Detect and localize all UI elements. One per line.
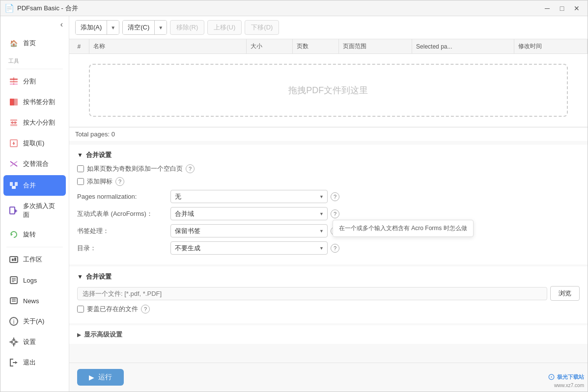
- file-table-area: # 名称 大小 页数 页面范围 Selected pa... 修改时间: [69, 39, 588, 141]
- svg-rect-24: [14, 258, 16, 261]
- normalization-select-wrapper: 无: [170, 190, 328, 203]
- odd-page-checkbox[interactable]: [77, 165, 84, 172]
- extract-icon: [8, 138, 19, 149]
- sidebar-item-extract[interactable]: 提取(E): [0, 133, 69, 154]
- section-collapse-icon: ▼: [77, 152, 83, 158]
- col-modified-time: 修改时间: [514, 39, 587, 54]
- col-number: #: [69, 39, 89, 54]
- toc-help-btn[interactable]: ?: [331, 244, 339, 253]
- acroforms-help-btn[interactable]: ?: [331, 209, 339, 218]
- booksplit-icon: [8, 97, 19, 107]
- sidebar-item-settings[interactable]: 设置: [0, 332, 69, 352]
- insert-icon: [8, 205, 19, 216]
- merge-settings-header: ▼ 合并设置: [77, 151, 580, 159]
- overwrite-row: 要盖已存在的文件 ?: [77, 305, 580, 314]
- app-icon: 📄: [4, 3, 14, 13]
- svg-marker-21: [11, 233, 13, 236]
- tooltip-text: 在一个或多个输入文档含有 Acro Forms 时怎么做: [339, 225, 467, 232]
- footer-row: 添加脚标 ?: [77, 177, 580, 186]
- normalization-field-group: 无 ?: [170, 190, 580, 203]
- overwrite-checkbox[interactable]: [77, 306, 84, 313]
- add-button[interactable]: 添加(A): [76, 21, 107, 34]
- up-button: 上移(U): [207, 20, 242, 35]
- logs-icon: [8, 275, 19, 286]
- footer-help-btn[interactable]: ?: [115, 177, 124, 186]
- close-button[interactable]: ✕: [570, 3, 584, 14]
- tools-section-label: 工具: [0, 53, 69, 67]
- sidebar-item-merge[interactable]: 合并: [3, 175, 66, 196]
- advanced-toggle-arrow: ▶: [77, 332, 81, 338]
- normalization-label: Pages normalization:: [77, 193, 170, 200]
- run-label: 运行: [98, 373, 112, 382]
- footer-label[interactable]: 添加脚标: [87, 177, 112, 186]
- run-area: ▶ 运行: [69, 363, 588, 392]
- svg-rect-32: [12, 297, 16, 299]
- svg-marker-14: [12, 143, 15, 145]
- svg-point-35: [12, 340, 15, 343]
- sidebar-item-exit-label: 退出: [23, 358, 36, 367]
- svg-rect-23: [12, 259, 14, 261]
- sidebar-item-workspace-label: 工作区: [23, 255, 42, 264]
- clear-dropdown-button[interactable]: ▼: [154, 21, 167, 34]
- sidebar-item-booksplit-label: 按书签分割: [23, 98, 55, 106]
- settings-icon: [8, 337, 19, 347]
- sidebar-item-split[interactable]: 分割: [0, 71, 69, 92]
- output-settings-title: 合并设置: [86, 272, 112, 281]
- bookmarks-select[interactable]: 保留书签: [170, 224, 328, 237]
- advanced-toggle[interactable]: ▶ 显示高级设置: [77, 330, 580, 339]
- odd-page-help-btn[interactable]: ?: [186, 164, 195, 173]
- advanced-toggle-label: 显示高级设置: [84, 330, 122, 339]
- sidebar-item-mix[interactable]: 交替混合: [0, 154, 69, 174]
- acroforms-select-wrapper: 合并域: [170, 207, 328, 220]
- sidebar-item-workspace[interactable]: 工作区: [0, 249, 69, 270]
- sidebar-item-insert[interactable]: 多次插入页面: [0, 197, 69, 224]
- clear-button[interactable]: 清空(C): [123, 21, 154, 34]
- drop-zone[interactable]: 拖拽PDF文件到这里: [89, 64, 568, 117]
- overwrite-label[interactable]: 要盖已存在的文件: [87, 305, 138, 314]
- clear-button-split[interactable]: 清空(C) ▼: [122, 20, 167, 35]
- watermark: ⊙ 极光下载站 www.xz7.com: [548, 371, 584, 388]
- odd-page-label[interactable]: 如果页数为奇数则添加一个空白页: [87, 164, 183, 173]
- run-button[interactable]: ▶ 运行: [77, 369, 124, 386]
- overwrite-help-btn[interactable]: ?: [141, 305, 150, 314]
- add-button-split[interactable]: 添加(A) ▼: [75, 20, 119, 35]
- sidebar-item-home-label: 首页: [23, 39, 36, 48]
- sidebar-item-logs[interactable]: Logs: [0, 270, 69, 290]
- svg-rect-5: [14, 99, 18, 105]
- news-icon: [8, 295, 19, 306]
- sidebar: ‹ 🏠 首页 工具 分割 按书签分割: [0, 16, 69, 392]
- about-icon: i: [8, 316, 19, 327]
- sidebar-item-rotate[interactable]: 旋转: [0, 224, 69, 245]
- add-dropdown-button[interactable]: ▼: [107, 21, 119, 34]
- acroforms-select[interactable]: 合并域: [170, 207, 328, 220]
- sidebar-item-home[interactable]: 🏠 首页: [0, 33, 69, 53]
- toolbar: 添加(A) ▼ 清空(C) ▼ 移除(R) 上移(U) 下移(D): [69, 16, 588, 39]
- maximize-button[interactable]: □: [555, 3, 569, 14]
- sidebar-item-booksplit[interactable]: 按书签分割: [0, 92, 69, 112]
- rotate-icon: [8, 229, 19, 240]
- acroforms-field-group: 合并域 ?: [170, 207, 580, 220]
- browse-button[interactable]: 浏览: [550, 286, 580, 301]
- normalization-help-btn[interactable]: ?: [331, 192, 339, 201]
- sidebar-item-news[interactable]: News: [0, 290, 69, 311]
- toc-select[interactable]: 不要生成: [170, 241, 328, 255]
- watermark-logo: ⊙ 极光下载站: [548, 371, 584, 382]
- sidebar-toggle[interactable]: ‹: [0, 16, 69, 33]
- output-file-input[interactable]: [77, 287, 547, 300]
- sidebar-item-settings-label: 设置: [23, 338, 36, 346]
- sidebar-divider-bottom: [6, 247, 63, 247]
- toc-label: 目录：: [77, 244, 170, 253]
- toc-row: 目录： 不要生成 ?: [77, 241, 580, 255]
- col-name: 名称: [89, 39, 246, 54]
- down-button: 下移(D): [245, 20, 279, 35]
- run-icon: ▶: [89, 373, 94, 381]
- sidebar-item-sizesplit[interactable]: 按大小分割: [0, 112, 69, 133]
- minimize-button[interactable]: ─: [540, 3, 554, 14]
- footer-checkbox[interactable]: [77, 178, 84, 185]
- mix-icon: [8, 158, 19, 169]
- sidebar-item-about-label: 关于(A): [23, 317, 44, 326]
- sidebar-item-exit[interactable]: 退出: [0, 352, 69, 373]
- normalization-select[interactable]: 无: [170, 190, 328, 203]
- sidebar-item-about[interactable]: i 关于(A): [0, 311, 69, 332]
- col-selected-pages: Selected pa...: [412, 39, 514, 54]
